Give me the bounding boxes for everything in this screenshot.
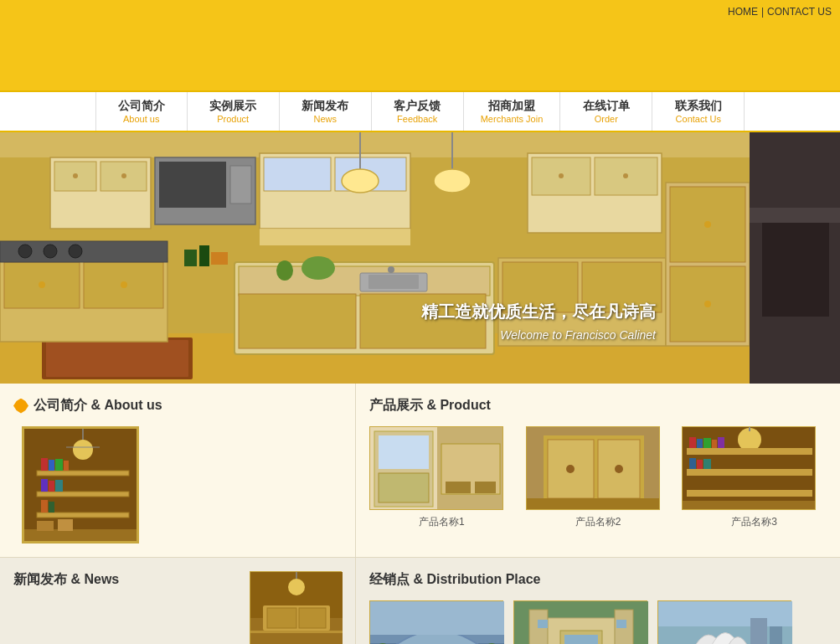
svg-rect-37	[368, 275, 419, 289]
svg-rect-129	[538, 620, 548, 628]
svg-rect-62	[37, 471, 129, 476]
nav-merchants[interactable]: 招商加盟 Merchants Join	[464, 92, 561, 131]
nav-order-cn: 在线订单	[577, 99, 635, 114]
svg-point-113	[288, 579, 305, 595]
hero-en-text: Welcome to Francisco Calinet	[421, 328, 656, 342]
svg-point-94	[738, 428, 761, 451]
product-section: 产品展示 & Product 产品名	[356, 384, 840, 557]
svg-point-90	[566, 465, 575, 473]
svg-rect-137	[770, 626, 782, 644]
about-title: 公司简介 & About us	[13, 397, 342, 415]
svg-rect-97	[687, 469, 812, 476]
svg-rect-85	[475, 482, 496, 493]
distribution-title-text: 经销点 & Distribution Place	[369, 571, 540, 589]
svg-rect-106	[703, 459, 711, 469]
dist-image-2	[513, 600, 647, 644]
nav-about[interactable]: 公司简介 About us	[95, 92, 188, 131]
product-name-1: 产品名称1	[369, 515, 514, 529]
nav-product-en: Product	[204, 114, 262, 124]
product-item-2[interactable]: 产品名称2	[526, 426, 671, 529]
svg-point-40	[276, 260, 293, 281]
svg-rect-9	[230, 166, 251, 204]
svg-rect-102	[712, 440, 717, 448]
svg-rect-135	[658, 601, 792, 626]
distribution-grid	[369, 600, 827, 644]
nav-product[interactable]: 实例展示 Product	[188, 92, 280, 131]
svg-rect-96	[687, 448, 812, 455]
svg-rect-136	[750, 618, 767, 644]
nav-contact-cn: 联系我们	[669, 99, 727, 114]
svg-rect-72	[41, 500, 48, 513]
news-title: 新闻发布 & News	[13, 571, 241, 589]
svg-rect-81	[379, 473, 429, 502]
svg-rect-53	[750, 208, 840, 223]
svg-rect-101	[703, 438, 711, 448]
nav-contact[interactable]: 联系我们 Contact Us	[652, 92, 745, 131]
nav-feedback-cn: 客户反馈	[389, 99, 446, 114]
product-name-3: 产品名称3	[682, 515, 827, 529]
product-image-1	[369, 426, 503, 510]
svg-rect-103	[718, 437, 724, 448]
hero-text: 精工造就优质生活，尽在凡诗高 Welcome to Francisco Cali…	[421, 301, 656, 342]
svg-rect-8	[159, 162, 226, 208]
svg-rect-68	[64, 461, 69, 471]
nav-feedback-en: Feedback	[389, 114, 446, 124]
about-title-text: 公司简介 & About us	[33, 397, 162, 415]
svg-point-17	[623, 173, 628, 178]
navigation: 公司简介 About us 实例展示 Product 新闻发布 News 客户反…	[0, 90, 840, 132]
nav-feedback[interactable]: 客户反馈 Feedback	[372, 92, 464, 131]
distribution-title: 经销点 & Distribution Place	[369, 571, 827, 589]
svg-rect-105	[697, 460, 703, 469]
svg-rect-92	[527, 498, 660, 510]
product-grid: 产品名称1 产品名称2	[369, 426, 827, 529]
svg-rect-70	[49, 481, 54, 492]
nav-contact-en: Contact Us	[669, 114, 727, 124]
svg-rect-67	[55, 459, 63, 471]
product-image-3	[682, 426, 816, 510]
svg-point-19	[342, 169, 379, 193]
home-link[interactable]: HOME	[728, 6, 758, 18]
svg-rect-112	[299, 608, 326, 628]
dist-image-3	[657, 600, 791, 644]
svg-rect-100	[697, 439, 703, 448]
svg-point-6	[121, 173, 126, 178]
nav-about-en: About us	[113, 114, 170, 124]
svg-rect-107	[683, 501, 816, 510]
svg-rect-11	[264, 157, 331, 191]
svg-rect-54	[184, 250, 197, 266]
svg-rect-98	[687, 490, 812, 497]
svg-rect-69	[41, 479, 48, 492]
svg-rect-99	[689, 437, 696, 448]
svg-rect-80	[379, 435, 429, 469]
distribution-section: 经销点 & Distribution Place	[356, 558, 840, 644]
product-item-1[interactable]: 产品名称1	[369, 426, 514, 529]
leaf-icon	[13, 399, 28, 414]
svg-point-38	[388, 266, 394, 273]
product-item-3[interactable]: 产品名称3	[682, 426, 827, 529]
svg-point-28	[39, 281, 45, 288]
main-content: 公司简介 & About us	[0, 384, 840, 557]
svg-rect-56	[211, 252, 228, 265]
about-image	[22, 426, 139, 544]
svg-rect-57	[260, 229, 410, 245]
dist-image-1	[369, 600, 503, 644]
news-section: 新闻发布 & News	[0, 558, 356, 644]
svg-rect-104	[689, 458, 696, 469]
svg-point-49	[704, 221, 711, 228]
svg-rect-63	[37, 492, 129, 497]
contact-link[interactable]: CONTACT US	[767, 6, 832, 18]
svg-point-59	[73, 440, 93, 460]
nav-news[interactable]: 新闻发布 News	[280, 92, 372, 131]
svg-rect-74	[24, 529, 139, 544]
svg-rect-75	[37, 521, 54, 531]
svg-rect-84	[446, 482, 471, 493]
svg-rect-64	[37, 513, 129, 518]
nav-order[interactable]: 在线订单 Order	[560, 92, 652, 131]
svg-point-31	[18, 245, 32, 258]
svg-rect-65	[41, 458, 48, 471]
svg-rect-73	[49, 502, 54, 513]
svg-rect-66	[49, 460, 54, 471]
hero-banner: 精工造就优质生活，尽在凡诗高 Welcome to Francisco Cali…	[0, 132, 840, 384]
hero-cn-text: 精工造就优质生活，尽在凡诗高	[421, 301, 656, 323]
svg-rect-111	[267, 608, 296, 628]
